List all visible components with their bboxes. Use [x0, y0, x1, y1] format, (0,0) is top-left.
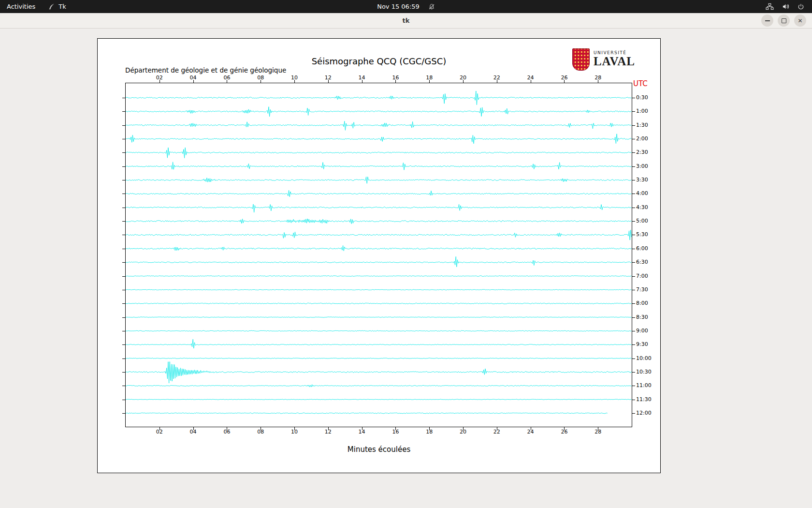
tk-app-indicator[interactable]: Tk — [48, 3, 66, 10]
row-tick-mark — [632, 152, 635, 153]
system-status-area[interactable] — [766, 0, 812, 13]
seismograph-panel: Département de géologie et de génie géol… — [97, 38, 661, 473]
x-tick-mark — [531, 427, 531, 430]
power-icon — [798, 3, 804, 10]
x-tick-mark — [193, 427, 194, 430]
x-tick-mark — [227, 80, 227, 83]
utc-row-label: 3:30 — [636, 177, 648, 183]
row-tick-mark — [122, 221, 125, 222]
seismogram-trace — [126, 385, 631, 387]
x-tick-mark — [160, 427, 160, 430]
activities-button[interactable]: Activities — [7, 3, 35, 10]
seismogram-trace — [126, 121, 631, 130]
close-button[interactable]: ✕ — [794, 15, 806, 27]
x-tick-mark — [294, 427, 295, 430]
x-axis-title: Minutes écoulées — [98, 445, 660, 454]
universite-laval-logo: UNIVERSITÉ LAVAL — [572, 48, 635, 71]
x-tick-mark — [328, 80, 329, 83]
utc-row-label: 9:00 — [636, 328, 648, 334]
utc-row-label: 12:00 — [636, 410, 652, 416]
utc-row-label: 10:00 — [636, 355, 652, 361]
seismogram-trace — [126, 134, 631, 144]
x-tick-mark — [227, 427, 227, 430]
utc-row-label: 4:00 — [636, 190, 648, 196]
maximize-button[interactable] — [778, 15, 790, 27]
x-tick-mark — [531, 80, 531, 83]
logo-laval-label: LAVAL — [594, 55, 635, 68]
x-tick-mark — [429, 427, 430, 430]
seismogram-trace — [126, 399, 631, 400]
row-tick-mark — [632, 139, 635, 139]
row-tick-mark — [632, 194, 635, 194]
utc-row-label: 2:00 — [636, 135, 648, 142]
utc-row-label: 5:00 — [636, 218, 648, 224]
x-tick-mark — [429, 80, 430, 83]
window-title: tk — [0, 13, 812, 28]
x-tick-mark — [564, 427, 565, 430]
row-tick-mark — [632, 98, 635, 98]
x-tick-mark — [497, 427, 497, 430]
row-tick-mark — [122, 386, 125, 386]
clock-label: Nov 15 06:59 — [377, 3, 420, 10]
seismogram-trace — [126, 219, 631, 224]
seismogram-trace — [126, 276, 631, 277]
row-tick-mark — [122, 372, 125, 373]
row-tick-mark — [122, 276, 125, 277]
utc-row-label: 8:00 — [636, 300, 648, 306]
row-tick-mark — [632, 262, 635, 263]
seismogram-trace — [126, 204, 631, 212]
row-tick-mark — [632, 359, 635, 359]
row-tick-mark — [632, 276, 635, 277]
minimize-icon — [765, 20, 770, 21]
row-tick-mark — [122, 303, 125, 304]
dept-line-1: Département de géologie et de génie géol… — [125, 66, 286, 75]
seismogram-trace — [126, 358, 631, 359]
utc-row-label: 6:00 — [636, 245, 648, 252]
row-tick-mark — [632, 249, 635, 249]
row-tick-mark — [122, 400, 125, 400]
maximize-icon — [782, 18, 786, 23]
utc-row-label: 11:00 — [636, 382, 652, 388]
seismogram-trace — [126, 339, 631, 348]
row-tick-mark — [632, 111, 635, 112]
tk-window-body: Département de géologie et de génie géol… — [0, 29, 812, 508]
minimize-button[interactable] — [761, 15, 773, 27]
row-tick-mark — [632, 221, 635, 222]
plot-box — [125, 83, 632, 427]
seismogram-trace — [126, 162, 631, 170]
utc-row-label: 5:30 — [636, 231, 648, 238]
utc-row-label: 7:00 — [636, 273, 648, 279]
row-tick-mark — [632, 166, 635, 167]
utc-row-label: 10:30 — [636, 369, 652, 375]
row-tick-mark — [632, 303, 635, 304]
clock-button[interactable]: Nov 15 06:59 — [377, 3, 420, 10]
x-tick-mark — [598, 80, 598, 83]
tk-feather-icon — [48, 3, 55, 10]
seismogram-trace — [126, 246, 631, 251]
row-tick-mark — [632, 413, 635, 414]
row-tick-mark — [632, 317, 635, 318]
row-tick-mark — [122, 235, 125, 235]
row-tick-mark — [632, 290, 635, 290]
row-tick-mark — [122, 194, 125, 194]
utc-axis-label: UTC — [633, 79, 648, 88]
x-tick-mark — [497, 80, 497, 83]
x-tick-mark — [261, 427, 261, 430]
row-tick-mark — [632, 208, 635, 208]
utc-row-label: 4:30 — [636, 204, 648, 210]
row-tick-mark — [632, 400, 635, 400]
x-tick-mark — [395, 427, 396, 430]
notifications-muted-icon[interactable] — [428, 3, 435, 10]
row-tick-mark — [122, 317, 125, 318]
x-tick-mark — [395, 80, 396, 83]
row-tick-mark — [632, 180, 635, 180]
utc-row-label: 6:30 — [636, 259, 648, 265]
seismogram-trace — [126, 317, 631, 317]
seismogram-trace — [126, 362, 631, 383]
window-titlebar[interactable]: tk ✕ — [0, 13, 812, 29]
utc-row-label: 7:30 — [636, 286, 648, 293]
utc-row-label: 9:30 — [636, 341, 648, 347]
row-tick-mark — [122, 152, 125, 153]
x-tick-mark — [261, 80, 261, 83]
laval-shield-icon — [572, 48, 590, 71]
